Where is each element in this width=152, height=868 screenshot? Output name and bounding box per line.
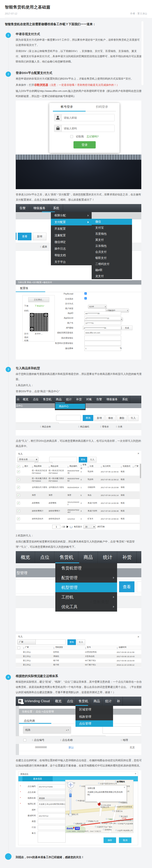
sort-icon[interactable] [60,739,61,742]
nav-item-restock[interactable]: 补 [114,696,123,706]
table-row[interactable]: 晶莹葡萄晶莹葡萄3214123424323果蔬汁饮料2017-07-04 14:… [16,499,140,507]
menu-item-pay-config[interactable]: 支付配置 [51,219,92,225]
sort-icon[interactable] [100,425,101,428]
merchant-id-input[interactable]: 12******01 [84,321,121,325]
nav-item-alert[interactable]: 告警 [94,396,104,403]
zoom-slider[interactable] [70,792,71,813]
baidu-map[interactable]: 3号线 大连银行 永真保温管厂 大连开发区自来水公司 岭湾蜂尚 安然纳米汗蒸养生… [65,780,133,833]
row-checkbox[interactable] [17,470,20,473]
edit-button[interactable]: 修改 [105,415,116,421]
zoom-out-button[interactable]: − [69,813,72,816]
submenu-item-yipay[interactable]: 翼支付 [92,237,132,243]
column-code[interactable]: 商品编码 [80,425,89,428]
menu-item-line[interactable]: 线路管理 [76,713,113,720]
zoom-slider-thumb[interactable] [69,794,72,797]
nav-item-goods[interactable]: 商品 [54,396,64,403]
callback-domain-input[interactable]: www.dfbs-vm.com [84,331,121,335]
dialog-scrollbar[interactable] [140,463,141,530]
nav-item-machine[interactable]: 售货机 [54,551,78,563]
import-button[interactable]: 引入 [88,457,97,463]
build-date-input[interactable]: 2017/07/12 [38,813,66,818]
location-name-input[interactable] [38,790,66,795]
per-page-select[interactable]: 30 [83,525,96,529]
tab-config-items[interactable]: 配置项 [20,286,28,290]
nav-item-stats[interactable]: 统计 [103,696,114,706]
nav-item-location[interactable]: 点位 [31,396,41,403]
page-scrollbar-thumb[interactable] [141,21,144,85]
page-input[interactable] [52,525,60,529]
menu-item-region[interactable]: 区域管理 [76,706,113,713]
menu-item-ipc[interactable]: 工控机 [55,592,117,602]
menu-item-wechat-bind[interactable]: 微信绑定 [51,239,92,245]
close-icon[interactable]: × [124,786,125,789]
menu-item-dispatch-manage[interactable]: 配货管理 [55,573,117,583]
select-all-checkbox[interactable] [23,739,26,742]
pickup-notify-input[interactable] [84,341,121,346]
nav-item-goods[interactable]: 商品 [78,551,98,563]
nav-item-overview[interactable]: 概览 [16,551,35,563]
cost-input[interactable] [38,808,66,812]
column-category[interactable]: 分类 [118,425,122,428]
table-row[interactable]: 00000000 默认 北京 [19,744,141,751]
nav-item-overview[interactable]: 概览 [52,696,64,706]
import-button[interactable]: 引入 [128,415,138,421]
appsecret-input[interactable]: c7****************************22 [84,316,121,320]
tab-location-list[interactable]: 点位列表 [24,719,35,723]
import-button[interactable]: 引入 [77,639,85,645]
submenu-item-longpay[interactable]: 龙支付 [92,273,132,279]
tab-account-login[interactable]: 帐号登录 [49,105,84,109]
appid-input[interactable]: wx**************08 [84,311,121,315]
tab-scan-login[interactable]: 扫码登录 [84,105,120,109]
go-page-icon[interactable] [67,526,69,528]
sort-icon[interactable] [121,739,122,742]
save-button[interactable]: 保存 [104,837,116,843]
row-checkbox[interactable] [17,502,20,505]
nav-item-vas[interactable]: 增值服务 [104,396,120,403]
zoom-in-button[interactable]: + [69,789,72,792]
cancel-button[interactable]: 取消 [119,837,131,843]
brand-logo[interactable]: InVending Cloud [16,696,52,706]
menu-item-op-log[interactable]: 操作日志 [51,245,92,252]
login-button[interactable]: 登录 [74,141,96,149]
nav-item-alert[interactable]: 告警 [16,204,29,212]
close-icon[interactable]: × [137,452,139,455]
forgot-password-link[interactable]: 忘记密码? [86,135,99,138]
map-pan-control[interactable] [68,782,74,788]
api-key-input[interactable]: js***************************bb [83,326,121,330]
nav-item-reconcile[interactable]: 对账 [84,396,94,403]
sort-icon[interactable] [32,739,33,742]
column-name[interactable]: 点位名称 [62,738,73,742]
submenu-item-member-pay[interactable]: 会员支付 [92,249,132,255]
table-row[interactable]: 海苔海苔海苔5食品2017-07-04 14:01:14袋装 [16,491,140,499]
close-icon[interactable]: × [135,772,136,775]
remember-checkbox[interactable] [70,135,73,138]
row-checkbox[interactable] [17,509,20,513]
nav-item-goods[interactable]: 商品 [91,696,103,706]
add-button[interactable]: 新增 [33,232,46,240]
nav-item-vas[interactable]: 增值服务 [29,204,49,212]
goods-search-input[interactable] [56,415,81,421]
submenu-item-baidu-wallet[interactable]: 百度钱包 [92,231,132,237]
table-row[interactable]: 达利园法式小面包达利园法式小面包552542545241功能饮料2017-07-… [16,484,140,491]
wechat-rate-input[interactable]: 1 [84,346,121,351]
model-search-input[interactable] [35,639,66,645]
geo-input[interactable]: 大连富士冰山自动售货机有限公司(东 [38,802,66,807]
menu-item-help-doc[interactable]: 帮助文档 [51,252,92,259]
line-select[interactable]: 线路▲▼ [23,726,71,734]
refund-notify-input[interactable] [84,336,121,340]
nav-item-stats[interactable]: 统计 [64,396,74,403]
nav-item-system[interactable]: 系统 [49,204,63,212]
nav-item-location[interactable]: 点位 [35,551,54,563]
submenu-item-qrcode-pay[interactable]: 二维码支付 [92,261,132,267]
menu-item-optimize-tools[interactable]: 优化工具 [55,602,117,612]
password-input[interactable] [62,125,115,132]
row-checkbox[interactable] [17,478,20,481]
menu-item-traffic-config[interactable]: 流量配置 [51,232,92,239]
email-input[interactable] [62,114,115,121]
column-geo[interactable]: 地理 [123,738,128,742]
table-row[interactable]: 富士冰山格子柜60门格子机12016-11-10 13:55:12 [16,663,141,667]
row-checkbox[interactable] [17,517,20,520]
submenu-item-unionpay[interactable]: 银联支付 [92,255,132,261]
sort-icon[interactable] [78,425,79,428]
refund-delay-select[interactable]: 5分钟 [88,305,107,309]
